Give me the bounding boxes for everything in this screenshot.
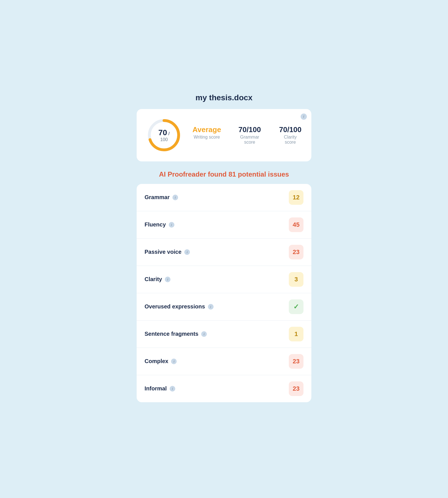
- donut-center: 70 / 100: [155, 128, 173, 142]
- info-icon-overused[interactable]: i: [208, 304, 214, 310]
- issue-badge-informal: 23: [289, 381, 303, 396]
- issue-row-grammar[interactable]: Grammar i 12: [137, 184, 311, 211]
- issue-badge-grammar: 12: [289, 190, 303, 205]
- issue-row-passive-voice[interactable]: Passive voice i 23: [137, 239, 311, 266]
- issue-badge-complex: 23: [289, 354, 303, 369]
- info-icon-sentence-fragments[interactable]: i: [201, 331, 207, 337]
- issue-left-grammar: Grammar i: [145, 194, 178, 201]
- issue-label-clarity: Clarity: [145, 276, 162, 283]
- issue-label-grammar: Grammar: [145, 194, 170, 201]
- issue-label-fluency: Fluency: [145, 221, 166, 228]
- issues-heading-suffix: potential issues: [236, 170, 289, 178]
- clarity-score-col: 70/100 Clarity score: [278, 125, 302, 145]
- issue-left-fluency: Fluency i: [145, 221, 174, 228]
- info-icon-complex[interactable]: i: [171, 359, 177, 364]
- issue-left-sentence-fragments: Sentence fragments i: [145, 331, 207, 337]
- issue-badge-passive-voice: 23: [289, 245, 303, 259]
- grammar-score-value: 70/100: [235, 125, 265, 134]
- issue-left-clarity: Clarity i: [145, 276, 170, 283]
- issues-list: Grammar i 12 Fluency i 45 Passive voice …: [137, 184, 311, 402]
- issue-row-sentence-fragments[interactable]: Sentence fragments i 1: [137, 321, 311, 348]
- issue-label-complex: Complex: [145, 358, 168, 364]
- issue-left-overused: Overused expressions i: [145, 303, 214, 310]
- donut-chart: 70 / 100: [146, 117, 182, 154]
- issue-badge-clarity: 3: [289, 272, 303, 287]
- issue-left-passive-voice: Passive voice i: [145, 249, 190, 255]
- issue-label-overused: Overused expressions: [145, 303, 205, 310]
- score-columns: Average Writing score 70/100 Grammar sco…: [192, 125, 302, 145]
- writing-score-col: Average Writing score: [192, 125, 221, 145]
- issue-row-fluency[interactable]: Fluency i 45: [137, 211, 311, 239]
- checkmark-icon: ✓: [293, 303, 299, 311]
- issues-heading: AI Proofreader found 81 potential issues: [137, 170, 311, 178]
- issue-row-clarity[interactable]: Clarity i 3: [137, 266, 311, 293]
- issue-label-passive-voice: Passive voice: [145, 249, 181, 255]
- clarity-score-value: 70/100: [278, 125, 302, 134]
- issue-label-informal: Informal: [145, 385, 167, 392]
- info-icon-passive-voice[interactable]: i: [184, 249, 190, 255]
- score-summary-box: i 70 / 100 Average Writing score 70/100 …: [137, 109, 311, 161]
- donut-max: 100: [160, 137, 168, 142]
- info-icon-top-right[interactable]: i: [301, 114, 307, 120]
- writing-score-sublabel: Writing score: [192, 135, 221, 140]
- issues-count: 81: [229, 170, 236, 178]
- donut-score-value: 70: [158, 128, 167, 137]
- page-title: my thesis.docx: [137, 93, 311, 102]
- issue-row-overused[interactable]: Overused expressions i ✓: [137, 293, 311, 321]
- issue-badge-fluency: 45: [289, 217, 303, 232]
- info-icon-grammar[interactable]: i: [172, 195, 178, 200]
- clarity-score-label: Clarity score: [278, 135, 302, 145]
- main-card: my thesis.docx i 70 / 100 Average Writin…: [128, 85, 320, 413]
- issues-heading-prefix: AI Proofreader found: [159, 170, 229, 178]
- issue-label-sentence-fragments: Sentence fragments: [145, 331, 198, 337]
- grammar-score-label: Grammar score: [235, 135, 265, 145]
- donut-divider: /: [167, 131, 170, 136]
- issue-badge-sentence-fragments: 1: [289, 327, 303, 341]
- issue-row-informal[interactable]: Informal i 23: [137, 375, 311, 402]
- issue-row-complex[interactable]: Complex i 23: [137, 348, 311, 375]
- info-icon-clarity[interactable]: i: [165, 277, 170, 282]
- info-icon-informal[interactable]: i: [170, 386, 175, 392]
- issue-badge-overused: ✓: [289, 299, 303, 314]
- writing-score-label: Average: [192, 125, 221, 134]
- grammar-score-col: 70/100 Grammar score: [235, 125, 265, 145]
- info-icon-fluency[interactable]: i: [169, 222, 174, 228]
- issue-left-complex: Complex i: [145, 358, 177, 364]
- issue-left-informal: Informal i: [145, 385, 175, 392]
